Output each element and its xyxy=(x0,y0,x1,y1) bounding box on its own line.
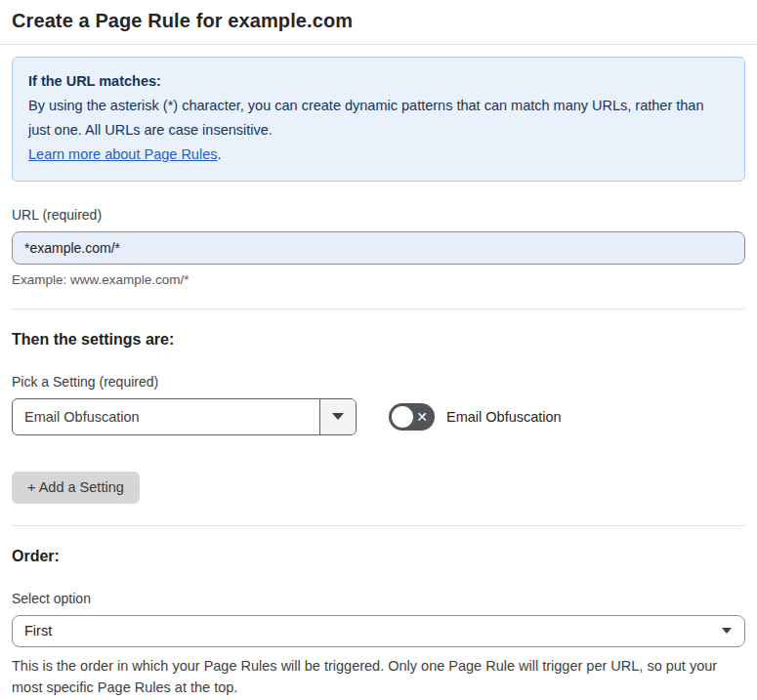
order-select[interactable]: First xyxy=(12,615,745,647)
setting-select[interactable]: Email Obfuscation xyxy=(12,398,357,435)
url-field-label: URL (required) xyxy=(12,207,745,223)
toggle-off-icon: ✕ xyxy=(416,409,428,423)
url-matches-info-box: If the URL matches: By using the asteris… xyxy=(12,57,745,182)
email-obfuscation-toggle[interactable]: ✕ xyxy=(389,403,435,431)
chevron-down-icon xyxy=(722,628,732,634)
order-section-heading: Order: xyxy=(12,548,745,565)
toggle-knob xyxy=(392,406,413,428)
divider xyxy=(12,525,745,526)
divider xyxy=(12,309,745,309)
setting-row: Email Obfuscation ✕ Email Obfuscation xyxy=(12,398,745,435)
info-box-body: By using the asterisk (*) character, you… xyxy=(28,94,729,143)
divider xyxy=(0,44,757,45)
learn-more-link[interactable]: Learn more about Page Rules xyxy=(28,146,217,162)
info-box-heading: If the URL matches: xyxy=(28,69,729,94)
page-title: Create a Page Rule for example.com xyxy=(12,10,745,32)
email-obfuscation-toggle-group: ✕ Email Obfuscation xyxy=(389,403,562,431)
url-input[interactable] xyxy=(12,231,745,265)
select-option-label: Select option xyxy=(12,591,745,606)
setting-select-arrow-button[interactable] xyxy=(319,399,356,434)
order-select-value: First xyxy=(24,623,52,638)
add-setting-button[interactable]: + Add a Setting xyxy=(12,472,140,504)
settings-section-heading: Then the settings are: xyxy=(12,331,745,349)
order-helper-text: This is the order in which your Page Rul… xyxy=(12,655,745,699)
toggle-label: Email Obfuscation xyxy=(446,409,562,425)
setting-select-value: Email Obfuscation xyxy=(13,399,319,434)
url-example-helper: Example: www.example.com/* xyxy=(12,272,745,287)
pick-setting-label: Pick a Setting (required) xyxy=(12,374,745,390)
create-page-rule-form: Create a Page Rule for example.com If th… xyxy=(0,0,757,700)
info-box-link-line: Learn more about Page Rules. xyxy=(28,143,729,167)
link-period: . xyxy=(217,146,221,162)
chevron-down-icon xyxy=(332,413,344,420)
